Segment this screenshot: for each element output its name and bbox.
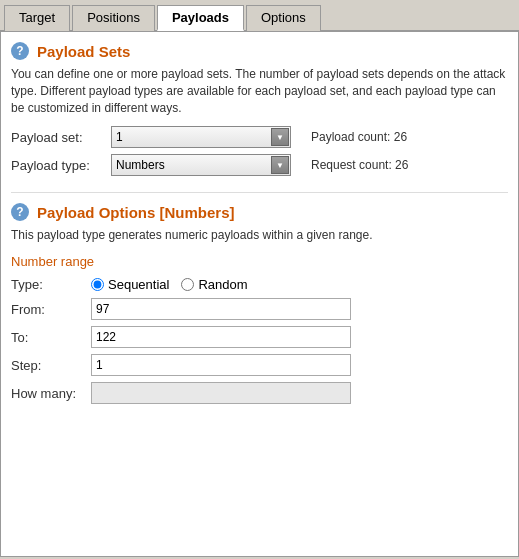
- main-content: ? Payload Sets You can define one or mor…: [0, 32, 519, 557]
- step-label: Step:: [11, 358, 91, 373]
- help-icon-payload-sets[interactable]: ?: [11, 42, 29, 60]
- section-divider: [11, 192, 508, 193]
- type-field-label: Type:: [11, 277, 91, 292]
- step-input[interactable]: [91, 354, 351, 376]
- to-row: To:: [11, 326, 508, 348]
- random-radio[interactable]: [181, 278, 194, 291]
- tab-positions[interactable]: Positions: [72, 5, 155, 31]
- type-row: Type: Sequential Random: [11, 277, 508, 292]
- payload-sets-header: ? Payload Sets: [11, 42, 508, 60]
- payload-count-value: 26: [394, 130, 407, 144]
- type-radio-group: Sequential Random: [91, 277, 248, 292]
- payload-set-select-wrapper: 1 ▼: [111, 126, 291, 148]
- payload-type-row: Payload type: Numbers ▼ Request count: 2…: [11, 154, 508, 176]
- payload-type-select-wrapper: Numbers ▼: [111, 154, 291, 176]
- payload-count-info: Payload count: 26: [311, 130, 407, 144]
- sequential-label: Sequential: [108, 277, 169, 292]
- payload-sets-title: Payload Sets: [37, 43, 130, 60]
- from-input[interactable]: [91, 298, 351, 320]
- request-count-label: Request count:: [311, 158, 392, 172]
- number-range-label: Number range: [11, 254, 508, 269]
- payload-set-select[interactable]: 1: [111, 126, 291, 148]
- payload-set-row: Payload set: 1 ▼ Payload count: 26: [11, 126, 508, 148]
- random-label: Random: [198, 277, 247, 292]
- sequential-radio-label[interactable]: Sequential: [91, 277, 169, 292]
- to-input[interactable]: [91, 326, 351, 348]
- step-row: Step:: [11, 354, 508, 376]
- to-label: To:: [11, 330, 91, 345]
- payload-options-header: ? Payload Options [Numbers]: [11, 203, 508, 221]
- tab-target[interactable]: Target: [4, 5, 70, 31]
- random-radio-label[interactable]: Random: [181, 277, 247, 292]
- tab-options[interactable]: Options: [246, 5, 321, 31]
- payload-sets-description: You can define one or more payload sets.…: [11, 66, 508, 116]
- how-many-input[interactable]: [91, 382, 351, 404]
- from-label: From:: [11, 302, 91, 317]
- tab-payloads[interactable]: Payloads: [157, 5, 244, 31]
- how-many-label: How many:: [11, 386, 91, 401]
- request-count-value: 26: [395, 158, 408, 172]
- help-icon-payload-options[interactable]: ?: [11, 203, 29, 221]
- payload-count-label: Payload count:: [311, 130, 390, 144]
- payload-sets-section: ? Payload Sets You can define one or mor…: [11, 42, 508, 176]
- payload-options-description: This payload type generates numeric payl…: [11, 227, 508, 244]
- tab-bar: Target Positions Payloads Options: [0, 0, 519, 32]
- from-row: From:: [11, 298, 508, 320]
- payload-set-label: Payload set:: [11, 130, 111, 145]
- payload-type-label: Payload type:: [11, 158, 111, 173]
- payload-options-section: ? Payload Options [Numbers] This payload…: [11, 203, 508, 404]
- sequential-radio[interactable]: [91, 278, 104, 291]
- payload-options-title: Payload Options [Numbers]: [37, 204, 235, 221]
- payload-type-select[interactable]: Numbers: [111, 154, 291, 176]
- request-count-info: Request count: 26: [311, 158, 408, 172]
- how-many-row: How many:: [11, 382, 508, 404]
